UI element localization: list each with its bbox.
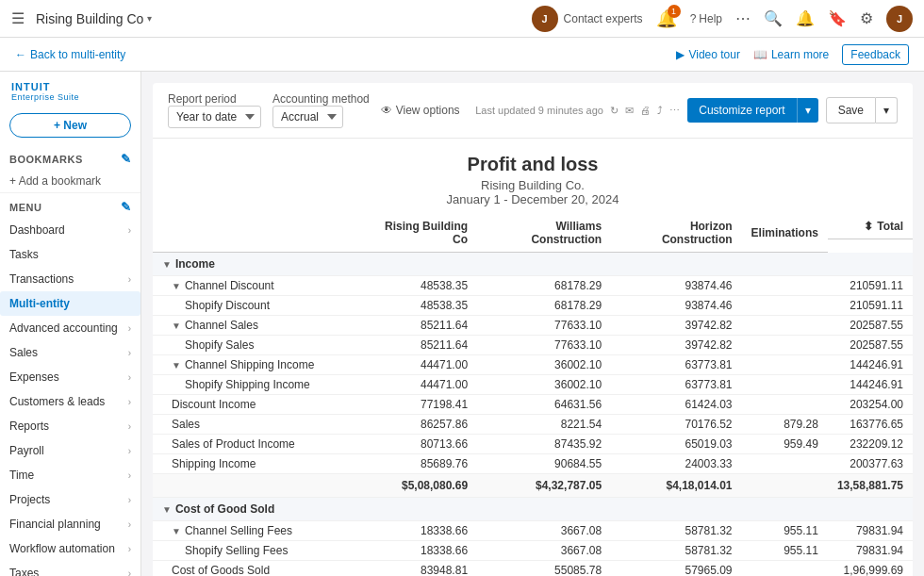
learn-more-link[interactable]: 📖 Learn more xyxy=(753,48,829,61)
sidebar-item-projects-label: Projects xyxy=(9,493,50,506)
sidebar-item-transactions[interactable]: Transactions › xyxy=(0,267,140,291)
sidebar-item-financial-planning[interactable]: Financial planning › xyxy=(0,512,140,536)
contact-experts-button[interactable]: J Contact experts xyxy=(532,6,643,32)
video-tour-link[interactable]: ▶ Video tour xyxy=(676,48,740,61)
settings-icon[interactable]: ⚙ xyxy=(860,9,873,27)
cell-total: 144246.91 xyxy=(828,355,913,375)
sidebar-item-workflow-automation[interactable]: Workflow automation › xyxy=(0,536,140,561)
customize-report-dropdown[interactable]: ▾ xyxy=(797,98,818,123)
company-selector[interactable]: Rising Building Co ▾ xyxy=(36,11,152,26)
cell-eliminations: 955.11 xyxy=(742,541,828,561)
cell-eliminations xyxy=(742,355,828,375)
sub-header-right: ▶ Video tour 📖 Learn more Feedback xyxy=(676,44,909,65)
sidebar-item-advanced-accounting[interactable]: Advanced accounting › xyxy=(0,316,140,340)
report-period-label: Report period xyxy=(168,92,261,106)
report-period-select[interactable]: Year to date xyxy=(168,106,261,128)
sidebar-item-reports[interactable]: Reports › xyxy=(0,414,140,438)
add-bookmark-button[interactable]: + Add a bookmark xyxy=(0,170,140,192)
accounting-method-select[interactable]: Accrual xyxy=(272,106,343,128)
header-right: J Contact experts 🔔 1 ? Help ⋯ 🔍 🔔 🔖 ⚙ J xyxy=(532,6,913,32)
cell-eliminations xyxy=(742,296,828,316)
save-button[interactable]: Save xyxy=(826,97,876,123)
col-header-eliminations: Eliminations xyxy=(742,214,828,253)
cell-total: 200377.63 xyxy=(828,454,913,474)
notification-icon[interactable]: 🔔 1 xyxy=(656,8,677,29)
cogs-collapse-icon[interactable]: ▼ xyxy=(162,504,172,515)
last-updated-text: Last updated 9 minutes ago ↻ ✉ 🖨 ⤴ ⋯ xyxy=(475,105,680,117)
table-row: ▼Channel Shipping Income 44471.00 36002.… xyxy=(153,355,913,375)
table-row: ▼Channel Discount 48538.35 68178.29 9387… xyxy=(153,276,913,296)
sidebar-item-taxes[interactable]: Taxes › xyxy=(0,561,140,576)
sort-icon[interactable]: ⬍ xyxy=(864,220,873,233)
sidebar-item-payroll[interactable]: Payroll › xyxy=(0,438,140,463)
sidebar-item-tasks[interactable]: Tasks xyxy=(0,242,140,267)
sidebar-item-transactions-label: Transactions xyxy=(9,272,74,286)
subtotal-label xyxy=(153,474,360,498)
top-header: ☰ Rising Building Co ▾ J Contact experts… xyxy=(0,0,924,38)
bookmark-icon[interactable]: 🔖 xyxy=(828,9,847,27)
menu-edit-icon[interactable]: ✎ xyxy=(121,200,132,214)
sidebar: INTUIT Enterprise Suite + New BOOKMARKS … xyxy=(0,72,141,576)
report-table: Rising Building Co Williams Construction… xyxy=(153,214,913,576)
print-icon[interactable]: 🖨 xyxy=(640,105,651,116)
sidebar-item-time[interactable]: Time › xyxy=(0,463,140,487)
sidebar-item-reports-label: Reports xyxy=(9,420,49,433)
sidebar-item-sales[interactable]: Sales › xyxy=(0,340,140,365)
chevron-right-icon: › xyxy=(128,397,131,407)
cell-total: 202587.55 xyxy=(828,336,913,355)
cell-total: 232209.12 xyxy=(828,435,913,454)
contact-experts-label: Contact experts xyxy=(564,12,643,25)
bell-icon[interactable]: 🔔 xyxy=(796,9,815,27)
chevron-right-icon: › xyxy=(128,544,131,554)
cell-eliminations: 879.28 xyxy=(742,415,828,435)
table-row: Shopify Selling Fees 18338.66 3667.08 58… xyxy=(153,541,913,561)
channel-discount-collapse-icon[interactable]: ▼ xyxy=(172,281,181,291)
share-icon[interactable]: ⤴ xyxy=(657,105,663,116)
channel-selling-collapse-icon[interactable]: ▼ xyxy=(172,526,181,536)
row-label: ▼Channel Sales xyxy=(153,316,360,336)
customize-report-button[interactable]: Customize report xyxy=(687,98,796,123)
hamburger-icon[interactable]: ☰ xyxy=(11,9,25,27)
cell-total: 202587.55 xyxy=(828,316,913,336)
bookmarks-edit-icon[interactable]: ✎ xyxy=(121,152,132,166)
help-button[interactable]: ? Help xyxy=(690,12,722,25)
apps-icon[interactable]: ⋯ xyxy=(735,9,751,27)
sidebar-item-multi-entity[interactable]: Multi-entity xyxy=(0,291,140,316)
channel-shipping-collapse-icon[interactable]: ▼ xyxy=(172,360,181,370)
cell-eliminations xyxy=(742,561,828,577)
cell-rising: 85211.64 xyxy=(360,336,477,355)
channel-sales-collapse-icon[interactable]: ▼ xyxy=(172,321,181,331)
subtotal-rising: $5,08,080.69 xyxy=(360,474,477,498)
row-label: Shopify Sales xyxy=(153,336,360,355)
sidebar-item-projects[interactable]: Projects › xyxy=(0,487,140,512)
subtotal-williams: $4,32,787.05 xyxy=(477,474,611,498)
sidebar-item-expenses[interactable]: Expenses › xyxy=(0,365,140,389)
back-to-multi-entity-link[interactable]: ← Back to multi-entity xyxy=(15,48,125,61)
cell-horizon: 65019.03 xyxy=(611,435,741,454)
enterprise-label: Enterprise Suite xyxy=(11,92,129,102)
table-row: Cost of Goods Sold 83948.81 55085.78 579… xyxy=(153,561,913,577)
sidebar-item-customers-leads[interactable]: Customers & leads › xyxy=(0,389,140,414)
sidebar-item-dashboard[interactable]: Dashboard › xyxy=(0,218,140,242)
view-options-button[interactable]: 👁 View options xyxy=(381,104,460,117)
new-button[interactable]: + New xyxy=(9,113,131,138)
cell-total: 1,96,999.69 xyxy=(828,561,913,577)
row-label: Shopify Selling Fees xyxy=(153,541,360,561)
more-icon[interactable]: ⋯ xyxy=(669,105,680,116)
toolbar-right: Last updated 9 minutes ago ↻ ✉ 🖨 ⤴ ⋯ Cus… xyxy=(475,97,898,123)
cell-williams: 3667.08 xyxy=(477,521,611,541)
refresh-icon[interactable]: ↻ xyxy=(610,105,619,116)
cell-williams: 77633.10 xyxy=(477,336,611,355)
search-icon[interactable]: 🔍 xyxy=(764,9,783,27)
save-dropdown-button[interactable]: ▾ xyxy=(876,97,898,123)
profile-avatar[interactable]: J xyxy=(886,6,913,32)
help-label: Help xyxy=(699,12,722,25)
cell-eliminations xyxy=(742,454,828,474)
cell-eliminations: 959.49 xyxy=(742,435,828,454)
income-collapse-icon[interactable]: ▼ xyxy=(162,259,172,270)
sidebar-item-payroll-label: Payroll xyxy=(9,444,44,457)
cell-horizon: 63773.81 xyxy=(611,375,741,395)
email-icon[interactable]: ✉ xyxy=(625,105,634,116)
feedback-button[interactable]: Feedback xyxy=(842,44,909,65)
company-caret-icon: ▾ xyxy=(147,13,152,24)
